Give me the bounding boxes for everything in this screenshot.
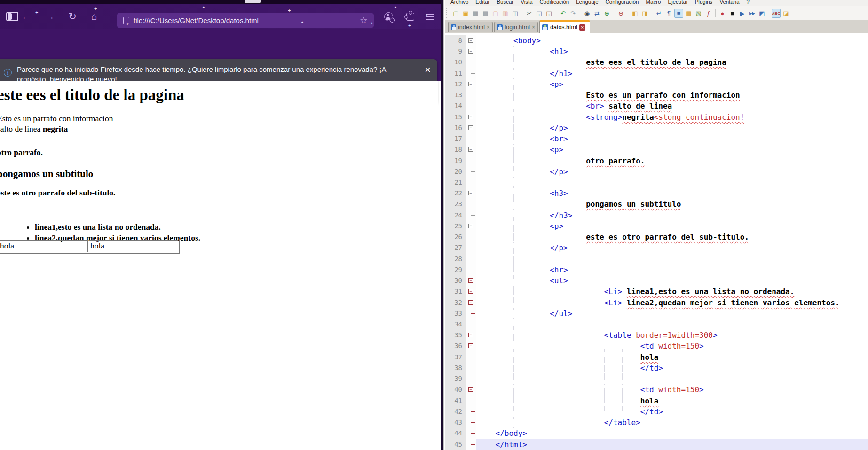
code-line-text[interactable] <box>476 373 868 384</box>
url-text[interactable]: file:///C:/Users/GNet/Desktop/datos.html <box>134 16 360 24</box>
paste-icon[interactable]: ◱ <box>544 9 553 18</box>
fold-margin[interactable]: − <box>466 123 476 133</box>
code-line-text[interactable]: hola <box>476 352 868 363</box>
fold-margin[interactable]: − <box>466 221 476 232</box>
code-line-43[interactable]: 43 </table> <box>445 417 868 428</box>
fold-margin[interactable] <box>466 264 476 275</box>
close-icon[interactable]: ▢ <box>491 9 500 18</box>
fold-margin[interactable] <box>466 428 476 439</box>
fold-margin[interactable] <box>466 308 476 319</box>
open-folder-as-workspace-icon[interactable]: ◪ <box>781 9 790 18</box>
code-line-38[interactable]: 38 </td> <box>445 363 868 373</box>
tab-datos.html[interactable]: datos.html× <box>539 20 590 33</box>
code-line-text[interactable]: <ul> <box>476 275 868 286</box>
menu-item-lenguaje[interactable]: Lenguaje <box>576 0 598 5</box>
copy-icon[interactable]: ◲ <box>535 9 544 18</box>
menu-item-archivo[interactable]: Archivo <box>450 0 468 5</box>
fold-margin[interactable]: − <box>466 275 476 286</box>
indent-guide-icon[interactable]: ≡ <box>674 9 683 18</box>
fold-collapse-icon[interactable]: − <box>468 115 473 119</box>
code-line-text[interactable]: <p> <box>476 221 868 232</box>
code-line-text[interactable]: <td width=150> <box>476 341 868 351</box>
code-line-text[interactable] <box>476 254 868 264</box>
code-line-text[interactable] <box>476 177 868 188</box>
sync-vertical-scroll-icon[interactable]: ◧ <box>631 9 639 18</box>
fold-margin[interactable]: − <box>466 188 476 199</box>
menu-item-ventana[interactable]: Ventana <box>719 0 739 5</box>
code-line-text[interactable]: otro parrafo. <box>476 155 868 166</box>
fold-margin[interactable]: − <box>466 46 476 57</box>
menu-item-vista[interactable]: Vista <box>521 0 532 5</box>
fold-margin[interactable]: − <box>466 112 476 123</box>
fold-margin[interactable]: − <box>466 297 476 308</box>
fold-margin[interactable] <box>466 396 476 406</box>
code-line-text[interactable]: Esto es un parrafo con informacion <box>476 90 868 101</box>
fold-margin[interactable] <box>466 363 476 373</box>
menu-item-ejecutar[interactable]: Ejecutar <box>668 0 687 5</box>
code-line-39[interactable]: 39 <box>445 373 868 384</box>
code-line-text[interactable]: <strong>negrita<stong continuacion! <box>476 112 868 123</box>
notification-close-icon[interactable]: × <box>425 65 431 75</box>
code-line-text[interactable]: <td width=150> <box>476 384 868 395</box>
fold-collapse-icon[interactable]: − <box>468 224 473 228</box>
fold-collapse-icon[interactable]: − <box>468 38 473 43</box>
document-map-icon[interactable]: ▧ <box>694 9 703 18</box>
fold-margin[interactable]: − <box>466 286 476 297</box>
code-line-28[interactable]: 28 <box>445 254 868 264</box>
menu-item-configuracin[interactable]: Configuración <box>606 0 639 5</box>
macro-stop-icon[interactable]: ■ <box>728 9 737 18</box>
cut-icon[interactable]: ✂ <box>525 9 534 18</box>
code-line-33[interactable]: 33 </ul> <box>445 308 868 319</box>
code-line-text[interactable]: </h1> <box>476 68 868 79</box>
redo-icon[interactable]: ↷ <box>568 9 577 18</box>
code-line-26[interactable]: 26 este es otro parrafo del sub-titulo. <box>445 232 868 242</box>
code-line-37[interactable]: 37 hola <box>445 352 868 363</box>
save-all-icon[interactable]: ▤ <box>481 9 490 18</box>
code-line-14[interactable]: 14 <br> salto de linea <box>445 101 868 111</box>
code-line-text[interactable]: <h1> <box>476 46 868 57</box>
fold-margin[interactable] <box>466 319 476 330</box>
code-line-text[interactable]: <h3> <box>476 188 868 199</box>
code-line-text[interactable]: </p> <box>476 123 868 133</box>
code-line-44[interactable]: 44 </body> <box>445 428 868 439</box>
code-line-text[interactable]: este ees el titulo de la pagina <box>476 57 868 68</box>
open-file-icon[interactable]: ▣ <box>461 9 470 18</box>
macro-run-multiple-icon[interactable]: ▶▶ <box>748 9 757 18</box>
fold-margin[interactable] <box>466 406 476 417</box>
code-line-31[interactable]: 31− <Li> linea1,esto es una lista no ord… <box>445 286 868 297</box>
reload-button[interactable]: ↻ <box>63 4 82 29</box>
code-line-34[interactable]: 34 <box>445 319 868 330</box>
code-line-9[interactable]: 9− <h1> <box>445 46 868 57</box>
code-line-13[interactable]: 13 Esto es un parrafo con informacion <box>445 90 868 101</box>
macro-record-icon[interactable]: ● <box>718 9 727 18</box>
code-line-36[interactable]: 36− <td width=150> <box>445 341 868 351</box>
show-all-characters-icon[interactable]: ¶ <box>664 9 673 18</box>
code-line-text[interactable]: </html> <box>476 439 868 450</box>
code-line-23[interactable]: 23 pongamos un subtitulo <box>445 199 868 209</box>
code-line-text[interactable]: <table border=1width=300> <box>476 330 868 341</box>
code-line-15[interactable]: 15− <strong>negrita<stong continuacion! <box>445 112 868 123</box>
new-file-icon[interactable]: ▢ <box>451 9 460 18</box>
url-bar[interactable]: file:///C:/Users/GNet/Desktop/datos.html… <box>117 13 374 28</box>
tab-close-icon[interactable]: × <box>532 24 535 30</box>
fold-margin[interactable] <box>466 155 476 166</box>
fold-collapse-icon[interactable]: − <box>468 125 473 130</box>
fold-collapse-icon[interactable]: − <box>468 82 473 86</box>
fold-collapse-icon[interactable]: − <box>468 49 473 54</box>
undo-icon[interactable]: ↶ <box>559 9 568 18</box>
home-button[interactable]: ⌂ <box>85 4 103 29</box>
code-line-29[interactable]: 29 <hr> <box>445 264 868 275</box>
code-line-30[interactable]: 30− <ul> <box>445 275 868 286</box>
code-line-27[interactable]: 27 </p> <box>445 242 868 253</box>
code-line-45[interactable]: 45 </html> <box>445 439 868 450</box>
code-line-text[interactable]: hola <box>476 396 868 406</box>
menu-item-macro[interactable]: Macro <box>646 0 661 5</box>
code-line-text[interactable] <box>476 319 868 330</box>
code-line-text[interactable]: <br> salto de linea <box>476 101 868 111</box>
code-line-text[interactable]: <Li> linea1,esto es una lista no ordenad… <box>476 286 868 297</box>
fold-margin[interactable]: − <box>466 79 476 90</box>
menu-item-editar[interactable]: Editar <box>475 0 489 5</box>
fold-margin[interactable] <box>466 352 476 363</box>
fold-margin[interactable]: − <box>466 330 476 341</box>
save-icon[interactable]: ▦ <box>471 9 480 18</box>
